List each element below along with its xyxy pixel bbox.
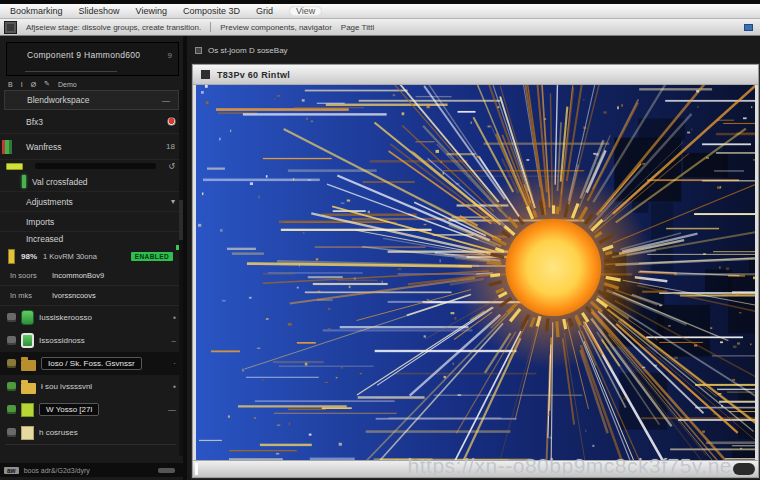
stats-row[interactable]: 98% 1 KovRM 30ona ENABLED	[0, 248, 183, 264]
menu-item-composite-3d[interactable]: Composite 3D	[183, 6, 240, 16]
kv-row-in-mks[interactable]: In mksIvorssncoovs	[0, 286, 183, 306]
tree-item-label: Val crossfaded	[32, 177, 88, 187]
stripes-icon	[2, 140, 12, 154]
main-panel: Os st-joom D soseBay T83Pv 60 Rintwl htt…	[187, 36, 760, 480]
viewer-titlebar[interactable]: T83Pv 60 Rintwl	[193, 65, 758, 85]
tree-item-meta: ↺	[168, 162, 175, 171]
strike-tool[interactable]: Ø	[31, 81, 36, 88]
scrollbar-left-cap	[195, 463, 198, 475]
tree-item-adjustments[interactable]: Adjustments▾	[0, 192, 183, 212]
file-item-ioso-sk-foss-gsvnssr[interactable]: Ioso / Sk. Foss. Gsvnssr·	[0, 352, 183, 375]
tree-item-meta: ▾	[171, 197, 175, 206]
tree-item-label: Imports	[26, 217, 54, 227]
toolbar-separator	[210, 22, 211, 32]
menu-item-slideshow[interactable]: Slideshow	[79, 6, 120, 16]
toolbar-page-label[interactable]: Page Tittl	[341, 23, 374, 32]
sidebar-title: Component 9 Hammond600	[27, 50, 140, 60]
menu-item-bookmarking[interactable]: Bookmarking	[10, 6, 63, 16]
color-chip-icon	[7, 405, 16, 414]
color-chip-icon	[7, 359, 16, 368]
file-item-label: Issossidnoss	[39, 336, 85, 345]
tree-item-item[interactable]: ↺	[0, 160, 183, 172]
sidebar-status-bar: aw boos adr&/G2d3/dyry	[0, 463, 183, 477]
format-toolbar: BIØ✎Demo	[8, 80, 77, 88]
kv-row-in-soors[interactable]: In soorsIncommonBov9	[0, 266, 183, 286]
file-item-label: W Yosso [27l	[39, 403, 99, 416]
demo-tool[interactable]: Demo	[58, 81, 77, 88]
content-area: Component 9 Hammond600 9 BIØ✎Demo Blendw…	[0, 36, 760, 480]
application-window: BookmarkingSlideshowViewingComposite 3DG…	[0, 0, 760, 480]
stat-percent: 98%	[21, 252, 37, 261]
menu-item-view[interactable]: View	[289, 6, 322, 16]
sidebar-scrollbar-thumb[interactable]	[179, 200, 183, 240]
network-icon[interactable]	[744, 24, 753, 31]
bold-tool[interactable]: B	[8, 81, 13, 88]
sidebar-file-list: Iussiskeroosso▪Issossidnoss–Ioso / Sk. F…	[0, 306, 183, 444]
sidebar-header-count: 9	[168, 51, 172, 60]
tree-item-bfx3[interactable]: Bfx3	[0, 110, 183, 134]
image-canvas[interactable]	[196, 85, 755, 460]
tree-item-label: Blendworkspace	[27, 95, 89, 105]
divider-bar	[35, 163, 156, 169]
tree-item-imports[interactable]: Imports	[0, 212, 183, 232]
tree-item-label: Bfx3	[26, 117, 43, 127]
stat-label: 1 KovRM 30ona	[43, 252, 97, 261]
status-bar-badge: aw	[4, 467, 19, 474]
file-item-label: ł sou ivssssvnl	[41, 382, 92, 391]
file-item-label: h cosruses	[39, 428, 78, 437]
tree-item-label: Wanfress	[26, 142, 62, 152]
viewer-title: T83Pv 60 Rintwl	[217, 70, 290, 80]
status-bar-handle[interactable]	[158, 468, 175, 473]
file-item-issossidnoss[interactable]: Issossidnoss–	[0, 329, 183, 352]
file-item-meta: ▪	[173, 382, 176, 391]
viewer-scrollbar[interactable]	[193, 460, 758, 477]
kv-key: In soors	[10, 271, 52, 280]
pale-square-icon	[21, 426, 34, 440]
viewer-header-text: Os st-joom D soseBay	[208, 46, 288, 55]
sidebar-key-values: In soorsIncommonBov9In mksIvorssncoovs	[0, 266, 183, 306]
toolbar: Afjseiew stage: dissolve groups, create …	[0, 19, 760, 36]
folder-dark-icon	[21, 360, 36, 371]
file-item-iussiskeroosso[interactable]: Iussiskeroosso▪	[0, 306, 183, 329]
sidebar-scrollbar[interactable]	[179, 90, 183, 456]
menu-bar: BookmarkingSlideshowViewingComposite 3DG…	[0, 4, 760, 19]
menu-item-viewing[interactable]: Viewing	[136, 6, 167, 16]
file-item-w-yosso-27l[interactable]: W Yosso [27l—	[0, 398, 183, 421]
status-badge: ENABLED	[131, 252, 173, 261]
file-item-meta: ▪	[173, 313, 176, 322]
color-chip-icon	[7, 382, 16, 391]
tree-item-val-crossfaded[interactable]: Val crossfaded	[0, 172, 183, 192]
file-item-h-cosruses[interactable]: h cosruses	[0, 421, 183, 444]
toolbar-mid-text[interactable]: Preview components, navigator	[220, 23, 332, 32]
green-rounded-icon	[21, 310, 34, 325]
color-chip-icon	[7, 428, 16, 437]
green-outline-icon	[21, 333, 34, 348]
color-chip-icon	[7, 313, 16, 322]
edit-tool[interactable]: ✎	[44, 80, 50, 88]
yellow-tag-icon	[6, 163, 23, 170]
file-item-sou-ivssssvnl[interactable]: ł sou ivssssvnl▪	[0, 375, 183, 398]
status-bar-text: boos adr&/G2d3/dyry	[24, 467, 90, 474]
tree-item-wanfress[interactable]: Wanfress18	[0, 134, 183, 160]
tree-item-label: Adjustments	[26, 197, 73, 207]
file-item-meta: —	[168, 405, 176, 414]
sidebar-panel: Component 9 Hammond600 9 BIØ✎Demo Blendw…	[0, 36, 187, 480]
toolbar-left-text: Afjseiew stage: dissolve groups, create …	[26, 23, 201, 32]
italic-tool[interactable]: I	[21, 81, 23, 88]
sidebar-tree: Blendworkspace—Bfx3Wanfress18↺Val crossf…	[0, 90, 183, 246]
scrollbar-thumb[interactable]	[733, 463, 755, 475]
folder-icon	[21, 383, 36, 394]
tree-item-increased[interactable]: Increased	[0, 232, 183, 246]
kv-value: IncommonBov9	[52, 271, 104, 280]
document-icon	[201, 70, 210, 79]
color-chip-icon	[7, 336, 16, 345]
app-icon[interactable]	[4, 21, 17, 34]
tree-item-label: Increased	[26, 234, 63, 244]
sunburst-artwork	[196, 85, 755, 460]
menu-item-grid[interactable]: Grid	[256, 6, 273, 16]
viewer-header-icon[interactable]	[195, 47, 202, 54]
stat-bar-icon	[8, 249, 15, 264]
viewer-header: Os st-joom D soseBay	[187, 36, 760, 64]
tree-item-blendworkspace[interactable]: Blendworkspace—	[4, 90, 179, 110]
green-bar-icon	[22, 175, 26, 188]
